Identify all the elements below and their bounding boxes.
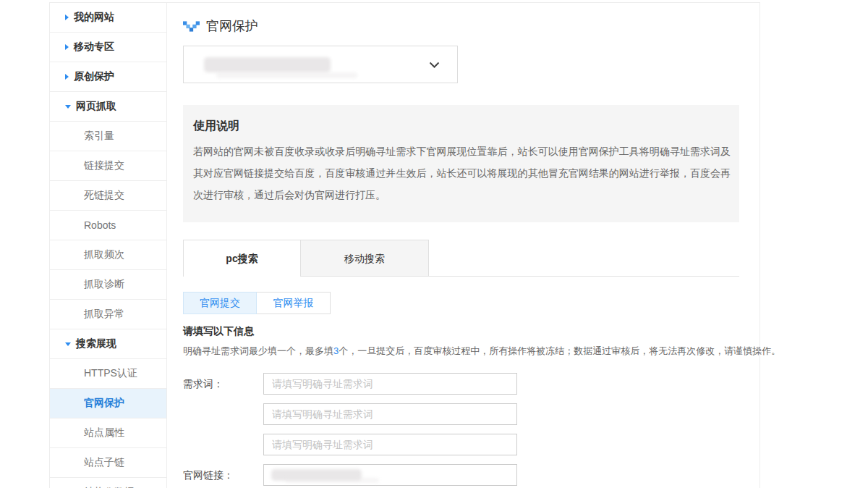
tabs-baseline xyxy=(301,276,739,277)
sidebar-item-my-websites[interactable]: 我的网站 xyxy=(50,3,166,33)
search-type-tabs: pc搜索 移动搜索 xyxy=(183,240,739,277)
keyword-row: 需求词： xyxy=(183,373,738,455)
usage-body: 若网站的官网未被百度收录或收录后明确寻址需求下官网展现位置靠后，站长可以使用官网… xyxy=(193,140,731,206)
sidebar-item-dead-link-submit[interactable]: 死链提交 xyxy=(50,181,166,211)
sidebar-item-label: 抓取异常 xyxy=(84,308,124,321)
tab-pc-search[interactable]: pc搜索 xyxy=(183,240,301,277)
sidebar-item-web-crawl[interactable]: 网页抓取 xyxy=(50,92,166,122)
usage-instructions-panel: 使用说明 若网站的官网未被百度收录或收录后明确寻址需求下官网展现位置靠后，站长可… xyxy=(183,105,739,222)
keyword-input-1[interactable] xyxy=(263,373,517,395)
sidebar-item-site-attributes[interactable]: 站点属性 xyxy=(50,418,166,448)
page-title: 官网保护 xyxy=(206,17,258,35)
sidebar-item-label: 抓取频次 xyxy=(84,248,124,261)
sidebar-item-label: 站点子链 xyxy=(84,456,124,469)
action-tabs: 官网提交 官网举报 xyxy=(183,292,738,314)
redacted-site-name-blur xyxy=(216,72,357,78)
sidebar-item-label: Robots xyxy=(84,219,116,231)
sidebar-item-label: 站点属性 xyxy=(84,426,124,439)
sidebar-item-site-sublinks[interactable]: 站点子链 xyxy=(50,448,166,478)
sidebar-item-structured-data[interactable]: 结构化数据 xyxy=(50,478,166,488)
sidebar-item-official-site-protection[interactable]: 官网保护 xyxy=(50,389,166,418)
site-selector-dropdown[interactable] xyxy=(183,46,458,83)
link-label: 官网链接： xyxy=(183,464,263,486)
keyword-label: 需求词： xyxy=(183,373,263,455)
sidebar-item-label: 搜索展现 xyxy=(76,337,116,350)
sidebar-item-label: 官网保护 xyxy=(84,397,124,410)
official-protection-form: 需求词： 官网链接： xyxy=(183,373,738,486)
official-protection-logo-icon xyxy=(183,21,200,32)
link-row: 官网链接： xyxy=(183,464,738,486)
sidebar-item-label: 链接提交 xyxy=(84,159,124,172)
note-text-after: 个，一旦提交后，百度审核过程中，所有操作将被冻结；数据通过审核后，将无法再次修改… xyxy=(339,345,780,356)
sidebar-item-crawl-errors[interactable]: 抓取异常 xyxy=(50,300,166,329)
chevron-right-icon xyxy=(65,74,69,80)
sidebar: 我的网站 移动专区 原创保护 网页抓取 索引量 链接提交 死链提交 Robots… xyxy=(49,2,166,488)
note-text-before: 明确寻址需求词最少填一个，最多填 xyxy=(183,345,333,356)
sidebar-item-robots[interactable]: Robots xyxy=(50,211,166,240)
chevron-right-icon xyxy=(65,14,69,20)
sidebar-item-https-cert[interactable]: HTTPS认证 xyxy=(50,359,166,389)
sidebar-item-search-display[interactable]: 搜索展现 xyxy=(50,329,166,359)
keyword-input-3[interactable] xyxy=(263,434,517,455)
page-header: 官网保护 xyxy=(183,16,738,36)
sidebar-item-label: 我的网站 xyxy=(74,11,114,24)
sidebar-item-crawl-frequency[interactable]: 抓取频次 xyxy=(50,240,166,270)
main-content: 官网保护 使用说明 若网站的官网未被百度收录或收录后明确寻址需求下官网展现位置靠… xyxy=(166,2,760,488)
redacted-link-value-blur xyxy=(285,478,379,483)
sidebar-item-label: 网页抓取 xyxy=(76,100,116,113)
form-section-title: 请填写以下信息 xyxy=(183,325,738,338)
sidebar-item-crawl-diagnosis[interactable]: 抓取诊断 xyxy=(50,270,166,300)
sidebar-item-link-submit[interactable]: 链接提交 xyxy=(50,151,166,181)
keyword-input-2[interactable] xyxy=(263,403,517,425)
sidebar-item-label: 原创保护 xyxy=(74,70,114,83)
chevron-down-icon xyxy=(429,62,440,69)
chevron-right-icon xyxy=(65,44,69,50)
tab-mobile-search[interactable]: 移动搜索 xyxy=(301,240,429,276)
sidebar-item-label: HTTPS认证 xyxy=(84,367,137,380)
sidebar-item-label: 索引量 xyxy=(84,130,114,143)
sidebar-item-label: 抓取诊断 xyxy=(84,278,124,291)
form-note: 明确寻址需求词最少填一个，最多填3个，一旦提交后，百度审核过程中，所有操作将被冻… xyxy=(183,345,738,358)
sidebar-item-index-volume[interactable]: 索引量 xyxy=(50,122,166,151)
sidebar-item-mobile-zone[interactable]: 移动专区 xyxy=(50,33,166,62)
redacted-site-name xyxy=(204,57,331,72)
usage-title: 使用说明 xyxy=(193,119,731,134)
chevron-down-icon xyxy=(65,105,71,109)
tab-official-site-submit[interactable]: 官网提交 xyxy=(183,292,257,314)
sidebar-item-original-protection[interactable]: 原创保护 xyxy=(50,62,166,92)
sidebar-item-label: 移动专区 xyxy=(74,41,114,54)
tab-official-site-report[interactable]: 官网举报 xyxy=(257,292,331,314)
sidebar-item-label: 死链提交 xyxy=(84,189,124,202)
chevron-down-icon xyxy=(65,342,71,346)
